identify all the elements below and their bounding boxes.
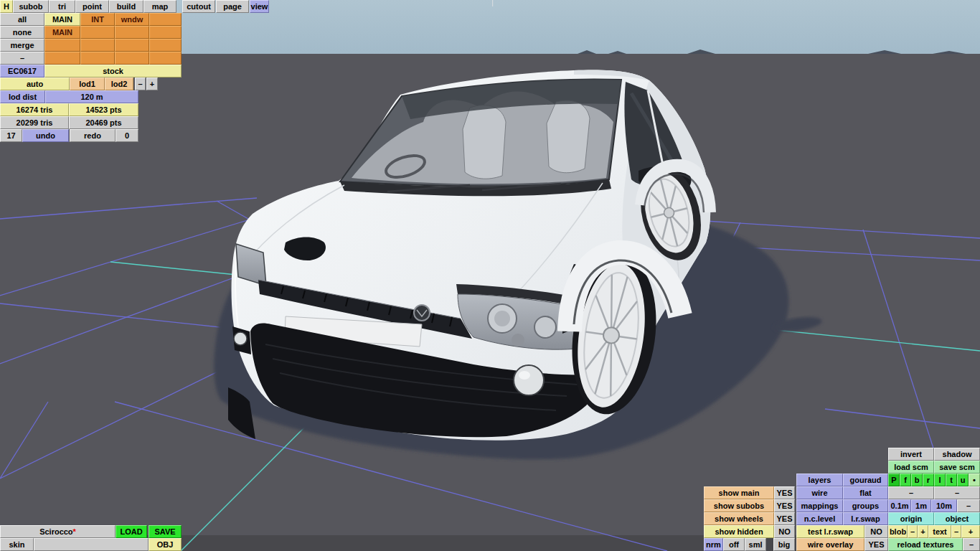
subobj-cell[interactable]: [149, 26, 182, 39]
show-wheels-button[interactable]: show wheels: [704, 512, 774, 525]
dash-button-2[interactable]: –: [934, 486, 980, 499]
model-code[interactable]: EC0617: [0, 65, 44, 77]
lod-auto-button[interactable]: auto: [0, 77, 70, 90]
nrm-button[interactable]: nrm: [704, 538, 723, 551]
text-plus-button[interactable]: +: [961, 525, 980, 538]
subobj-cell-main[interactable]: MAIN: [44, 13, 80, 26]
show-main-button[interactable]: show main: [704, 486, 774, 499]
lod1-button[interactable]: lod1: [70, 77, 105, 90]
blob-minus-button[interactable]: –: [908, 525, 918, 538]
letter-t-toggle[interactable]: t: [946, 474, 957, 486]
lr-swap-button[interactable]: l.r.swap: [843, 512, 888, 525]
origin-button[interactable]: origin: [888, 512, 934, 525]
subobj-cell[interactable]: [149, 13, 182, 26]
show-wheels-value[interactable]: YES: [774, 512, 795, 525]
letter-b-toggle[interactable]: b: [911, 474, 923, 486]
nc-level-button[interactable]: n.c.level: [796, 512, 843, 525]
wire-overlay-value[interactable]: YES: [864, 538, 888, 551]
show-subobs-button[interactable]: show subobs: [704, 499, 774, 512]
menu-cutout[interactable]: cutout: [182, 0, 215, 13]
show-hidden-button[interactable]: show hidden: [704, 525, 774, 538]
nrm-off-button[interactable]: off: [723, 538, 745, 551]
seat-right: [547, 100, 590, 173]
blob-plus-button[interactable]: +: [918, 525, 928, 538]
show-main-value[interactable]: YES: [774, 486, 795, 499]
subobj-cell[interactable]: [80, 26, 115, 39]
load-button[interactable]: LOAD: [116, 525, 147, 538]
obj-button[interactable]: OBJ: [149, 538, 182, 551]
lod-dist-value[interactable]: 120 m: [45, 90, 138, 103]
menu-view-active[interactable]: view: [250, 0, 269, 13]
subobj-cell[interactable]: [80, 39, 115, 52]
menu-h[interactable]: H: [0, 0, 13, 13]
subobj-cell-main2[interactable]: MAIN: [44, 26, 80, 39]
menu-map[interactable]: map: [143, 0, 176, 13]
lod2-button[interactable]: lod2: [105, 77, 133, 90]
grid-1m-button[interactable]: 1m: [911, 499, 931, 512]
subobj-cell[interactable]: [149, 39, 182, 52]
invert-button[interactable]: invert: [888, 448, 934, 461]
mappings-button[interactable]: mappings: [796, 499, 843, 512]
undo-button[interactable]: undo: [22, 129, 69, 142]
subobj-cell[interactable]: [44, 39, 80, 52]
lod-dist-label[interactable]: lod dist: [0, 90, 45, 103]
show-subobs-value[interactable]: YES: [774, 499, 795, 512]
groups-button[interactable]: groups: [843, 499, 888, 512]
test-lr-swap-button[interactable]: test l.r.swap: [796, 525, 864, 538]
subobj-cell-int[interactable]: INT: [80, 13, 115, 26]
menu-page[interactable]: page: [216, 0, 249, 13]
redo-button[interactable]: redo: [70, 129, 116, 142]
shadow-button[interactable]: shadow: [934, 448, 980, 461]
grid-01m-button[interactable]: 0.1m: [888, 499, 911, 512]
grid-10m-button[interactable]: 10m: [931, 499, 957, 512]
projector-3: [512, 334, 524, 347]
menu-subob[interactable]: subob: [13, 0, 49, 13]
flat-button[interactable]: flat: [843, 486, 888, 499]
text-button[interactable]: text: [928, 525, 951, 538]
dash-button-1[interactable]: –: [888, 486, 934, 499]
letter-l-toggle[interactable]: l: [934, 474, 946, 486]
reload-textures-button[interactable]: reload textures: [888, 538, 963, 551]
subobj-all-button[interactable]: all: [0, 13, 44, 26]
letter-u-toggle[interactable]: u: [957, 474, 969, 486]
save-scm-button[interactable]: save scm: [934, 461, 980, 474]
object-button[interactable]: object: [934, 512, 980, 525]
letter-p-toggle[interactable]: P: [888, 474, 900, 486]
subobj-merge-button[interactable]: merge: [0, 39, 44, 52]
menu-build[interactable]: build: [109, 0, 143, 13]
file-name-field[interactable]: Scirocco*: [0, 525, 116, 538]
subobj-cell[interactable]: [115, 39, 149, 52]
skin-name-field[interactable]: [34, 538, 149, 551]
nrm-sml-button[interactable]: sml: [745, 538, 766, 551]
gouraud-button[interactable]: gouraud: [843, 474, 888, 486]
letter-f-toggle[interactable]: f: [900, 474, 911, 486]
wire-button[interactable]: wire: [796, 486, 843, 499]
subobj-cell-wndw[interactable]: wndw: [115, 13, 149, 26]
subobj-none-button[interactable]: none: [0, 26, 44, 39]
lod-plus-button[interactable]: +: [146, 77, 158, 90]
letter-r-toggle[interactable]: r: [923, 474, 934, 486]
skin-button[interactable]: skin: [0, 538, 34, 551]
lod-minus-button[interactable]: –: [135, 77, 146, 90]
wire-overlay-button[interactable]: wire overlay: [796, 538, 864, 551]
model-name-field[interactable]: stock: [44, 65, 182, 77]
save-button[interactable]: SAVE: [149, 525, 182, 538]
show-hidden-value[interactable]: NO: [774, 525, 795, 538]
subobj-cell[interactable]: [149, 52, 182, 65]
subobj-cell[interactable]: [44, 52, 80, 65]
load-scm-button[interactable]: load scm: [888, 461, 934, 474]
menu-point[interactable]: point: [75, 0, 109, 13]
subobj-cell[interactable]: [115, 52, 149, 65]
test-lr-swap-value[interactable]: NO: [864, 525, 888, 538]
blob-button[interactable]: blob: [888, 525, 908, 538]
grid-dash-button[interactable]: –: [957, 499, 980, 512]
subobj-cell[interactable]: [115, 26, 149, 39]
subobj-cell[interactable]: [80, 52, 115, 65]
menu-tri[interactable]: tri: [49, 0, 75, 13]
text-minus-button[interactable]: –: [951, 525, 961, 538]
subobj-dash-button[interactable]: –: [0, 52, 44, 65]
layers-button[interactable]: layers: [796, 474, 843, 486]
reload-dash-button[interactable]: –: [963, 538, 980, 551]
dot-toggle[interactable]: •: [969, 474, 980, 486]
nrm-big-button[interactable]: big: [773, 538, 795, 551]
